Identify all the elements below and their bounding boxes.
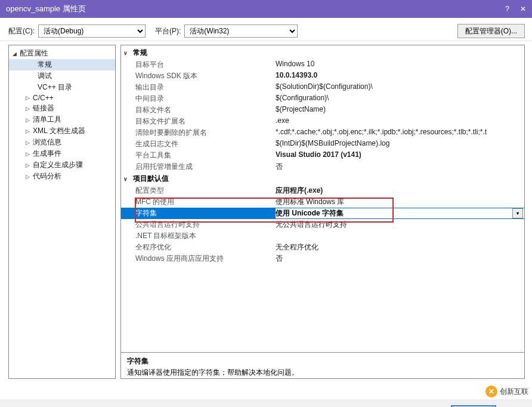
config-select[interactable]: 活动(Debug) xyxy=(38,24,146,38)
property-value: $(IntDir)$(MSBuildProjectName).log xyxy=(276,139,524,149)
property-label: 启用托管增量生成 xyxy=(135,162,276,172)
property-label: 字符集 xyxy=(135,208,276,218)
property-label: 全程序优化 xyxy=(135,242,276,252)
property-label: 配置类型 xyxy=(135,186,276,196)
description-text: 通知编译器使用指定的字符集；帮助解决本地化问题。 xyxy=(127,368,518,378)
property-value: 10.0.14393.0 xyxy=(276,71,524,81)
collapse-icon: ∨ xyxy=(123,176,129,182)
config-manager-button[interactable]: 配置管理器(O)... xyxy=(457,24,525,38)
tree-item-cpp[interactable]: ▷C/C++ xyxy=(9,93,115,103)
tree-item-manifest[interactable]: ▷清单工具 xyxy=(9,114,115,125)
property-row[interactable]: 公共语言运行时支持无公共语言运行时支持 xyxy=(121,219,524,230)
platform-select[interactable]: 活动(Win32) xyxy=(184,24,298,38)
property-row[interactable]: MFC 的使用使用标准 Windows 库 xyxy=(121,196,524,208)
property-label: 中间目录 xyxy=(135,94,276,104)
property-row[interactable]: 全程序优化无全程序优化 xyxy=(121,242,524,253)
collapse-icon: ◢ xyxy=(13,51,18,57)
property-value xyxy=(276,231,524,241)
property-value: Windows 10 xyxy=(276,60,524,70)
property-label: Windows SDK 版本 xyxy=(135,71,276,81)
property-value: .exe xyxy=(276,116,524,127)
tree-item-debug[interactable]: 调试 xyxy=(9,70,115,82)
property-row[interactable]: 平台工具集Visual Studio 2017 (v141) xyxy=(121,150,524,161)
config-label: 配置(C): xyxy=(8,26,35,36)
property-label: 目标文件扩展名 xyxy=(135,116,276,127)
property-label: MFC 的使用 xyxy=(135,197,276,207)
collapse-icon: ∨ xyxy=(123,50,129,56)
property-row[interactable]: 目标文件名$(ProjectName) xyxy=(121,104,524,116)
config-toolbar: 配置(C): 活动(Debug) 平台(P): 活动(Win32) 配置管理器(… xyxy=(0,18,532,41)
section-header[interactable]: ∨常规 xyxy=(121,47,524,59)
property-label: 清除时要删除的扩展名 xyxy=(135,128,276,138)
property-row[interactable]: 字符集使用 Unicode 字符集▾ xyxy=(121,208,524,219)
property-row[interactable]: 清除时要删除的扩展名*.cdf;*.cache;*.obj;*.obj.enc;… xyxy=(121,127,524,138)
property-list: ∨常规目标平台Windows 10Windows SDK 版本10.0.1439… xyxy=(121,45,524,352)
property-value: Visual Studio 2017 (v141) xyxy=(276,150,524,161)
description-title: 字符集 xyxy=(127,356,518,366)
property-row[interactable]: 启用托管增量生成否 xyxy=(121,161,524,172)
tree-item-vcdirs[interactable]: VC++ 目录 xyxy=(9,82,115,93)
expand-icon: ▷ xyxy=(26,140,32,146)
property-row[interactable]: 中间目录$(Configuration)\ xyxy=(121,93,524,104)
title-bar: opencv_sample 属性页 ? ✕ xyxy=(0,0,532,18)
tree-item-linker[interactable]: ▷链接器 xyxy=(9,103,115,114)
expand-icon: ▷ xyxy=(26,174,32,180)
tree-item-xmldoc[interactable]: ▷XML 文档生成器 xyxy=(9,125,115,137)
tree-item-buildevents[interactable]: ▷生成事件 xyxy=(9,148,115,159)
tree-item-codeanalysis[interactable]: ▷代码分析 xyxy=(9,171,115,182)
property-label: Windows 应用商店应用支持 xyxy=(135,254,276,264)
tree-item-custombuild[interactable]: ▷自定义生成步骤 xyxy=(9,159,115,171)
tree-panel: ◢配置属性 常规 调试 VC++ 目录 ▷C/C++ ▷链接器 ▷清单工具 ▷X… xyxy=(8,45,116,379)
expand-icon: ▷ xyxy=(26,162,32,168)
section-header[interactable]: ∨项目默认值 xyxy=(121,172,524,185)
property-value: $(SolutionDir)$(Configuration)\ xyxy=(276,82,524,92)
expand-icon: ▷ xyxy=(26,95,32,101)
property-value: 否 xyxy=(276,254,524,264)
property-label: 目标平台 xyxy=(135,60,276,70)
property-label: 输出目录 xyxy=(135,82,276,92)
property-row[interactable]: Windows SDK 版本10.0.14393.0 xyxy=(121,70,524,82)
expand-icon: ▷ xyxy=(26,106,32,112)
expand-icon: ▷ xyxy=(26,151,32,157)
property-label: 公共语言运行时支持 xyxy=(135,220,276,230)
watermark-icon: ✕ xyxy=(485,386,497,397)
property-value: *.cdf;*.cache;*.obj;*.obj.enc;*.ilk;*.ip… xyxy=(276,128,524,138)
property-label: .NET 目标框架版本 xyxy=(135,231,276,241)
property-value: 无全程序优化 xyxy=(276,242,524,252)
description-pane: 字符集 通知编译器使用指定的字符集；帮助解决本地化问题。 xyxy=(121,352,524,378)
property-row[interactable]: 目标平台Windows 10 xyxy=(121,59,524,70)
property-row[interactable]: Windows 应用商店应用支持否 xyxy=(121,253,524,264)
watermark: ✕ 创新互联 xyxy=(485,386,528,397)
content-panel: ∨常规目标平台Windows 10Windows SDK 版本10.0.1439… xyxy=(120,45,525,379)
property-value: $(Configuration)\ xyxy=(276,94,524,104)
bottom-bar: 确定 取消 xyxy=(0,399,532,407)
property-value: 应用程序(.exe) xyxy=(276,186,524,196)
property-label: 生成日志文件 xyxy=(135,139,276,149)
window-title: opencv_sample 属性页 xyxy=(6,4,505,14)
tree-item-browseinfo[interactable]: ▷浏览信息 xyxy=(9,137,115,148)
property-value: 否 xyxy=(276,162,524,172)
property-row[interactable]: 目标文件扩展名.exe xyxy=(121,116,524,127)
dropdown-button[interactable]: ▾ xyxy=(512,208,523,218)
main-area: ◢配置属性 常规 调试 VC++ 目录 ▷C/C++ ▷链接器 ▷清单工具 ▷X… xyxy=(0,41,532,399)
property-row[interactable]: 生成日志文件$(IntDir)$(MSBuildProjectName).log xyxy=(121,138,524,150)
close-button[interactable]: ✕ xyxy=(520,5,526,13)
property-value: $(ProjectName) xyxy=(276,105,524,115)
property-row[interactable]: 配置类型应用程序(.exe) xyxy=(121,185,524,196)
tree-root[interactable]: ◢配置属性 xyxy=(9,48,115,59)
expand-icon: ▷ xyxy=(26,117,32,123)
property-row[interactable]: 输出目录$(SolutionDir)$(Configuration)\ xyxy=(121,82,524,93)
platform-label: 平台(P): xyxy=(155,26,181,36)
window-controls: ? ✕ xyxy=(505,5,526,13)
property-value: 无公共语言运行时支持 xyxy=(276,220,524,230)
expand-icon: ▷ xyxy=(26,128,32,134)
property-value: 使用标准 Windows 库 xyxy=(276,197,524,207)
property-row[interactable]: .NET 目标框架版本 xyxy=(121,230,524,242)
property-value: 使用 Unicode 字符集▾ xyxy=(276,208,524,218)
tree-item-general[interactable]: 常规 xyxy=(9,59,115,70)
help-button[interactable]: ? xyxy=(505,5,509,13)
property-label: 平台工具集 xyxy=(135,150,276,161)
property-label: 目标文件名 xyxy=(135,105,276,115)
